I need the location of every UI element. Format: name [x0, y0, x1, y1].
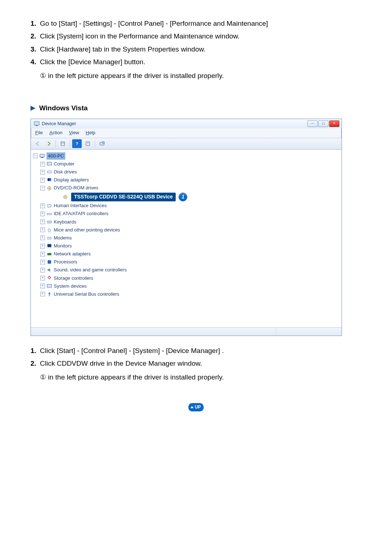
- expand-icon[interactable]: +: [40, 204, 45, 208]
- tree-root[interactable]: − 400-PC: [33, 152, 339, 160]
- ide-icon: [46, 211, 52, 217]
- step-number: 2.: [30, 31, 40, 41]
- selected-device-label: TSSTcorp CDDVD SE-S224Q USB Device: [71, 193, 176, 202]
- menu-view[interactable]: View: [69, 129, 79, 136]
- menu-bar: File Action View Help: [31, 128, 342, 138]
- tree-node[interactable]: + Display adapters: [40, 176, 339, 184]
- svg-rect-10: [41, 157, 43, 158]
- device-tree: − 400-PC + Computer + Disk dr: [31, 149, 342, 327]
- expand-icon[interactable]: +: [40, 268, 45, 272]
- tree-node[interactable]: + Processors: [40, 258, 339, 266]
- window-title: Device Manager: [42, 120, 76, 127]
- expand-icon[interactable]: +: [40, 235, 45, 240]
- tree-root-label: 400-PC: [46, 152, 65, 160]
- minimize-button[interactable]: —: [307, 120, 318, 127]
- tree-node-selected[interactable]: TSSTcorp CDDVD SE-S224Q USB Device 1: [55, 192, 339, 202]
- tree-node-label: Keyboards: [54, 218, 76, 226]
- tree-node[interactable]: + Storage controllers: [40, 274, 339, 282]
- tree-node-label: System devices: [54, 283, 87, 290]
- status-bar: [31, 327, 342, 336]
- tree-node-label: Network adapters: [54, 250, 91, 258]
- system-device-icon: [46, 283, 52, 289]
- xp-steps-list: 1. Go to [Start] - [Settings] - [Control…: [30, 18, 362, 67]
- tree-node[interactable]: − DVD/CD-ROM drives: [40, 184, 339, 192]
- step-text: Click CDDVDW drive in the Device Manager…: [40, 358, 362, 369]
- step-number: 1.: [30, 345, 40, 356]
- menu-file[interactable]: File: [35, 129, 43, 136]
- svg-rect-25: [48, 244, 51, 247]
- tree-node[interactable]: + Computer: [40, 160, 339, 168]
- step-number: 3.: [30, 44, 40, 54]
- expand-icon[interactable]: +: [40, 292, 45, 296]
- vista-substep: ① in the left picture appears if the dri…: [40, 372, 362, 382]
- svg-rect-9: [40, 154, 44, 157]
- tree-node-label: Modems: [54, 234, 72, 242]
- tree-node[interactable]: + Universal Serial Bus controllers: [40, 290, 339, 298]
- tree-node[interactable]: + Mice and other pointing devices: [40, 226, 339, 234]
- keyboard-icon: [46, 219, 52, 225]
- tree-node[interactable]: + Human Interface Devices: [40, 202, 339, 210]
- xp-substep: ① in the left picture appears if the dri…: [40, 70, 362, 81]
- tree-node[interactable]: + IDE ATA/ATAPI controllers: [40, 210, 339, 218]
- svg-point-16: [49, 188, 50, 189]
- tree-node[interactable]: + Keyboards: [40, 218, 339, 226]
- nav-back-icon[interactable]: [33, 139, 42, 148]
- tree-node[interactable]: + System devices: [40, 282, 339, 290]
- expand-icon[interactable]: +: [40, 219, 45, 224]
- display-adapter-icon: [46, 177, 52, 183]
- step-text: Click [Hardware] tab in the System Prope…: [40, 44, 362, 54]
- expand-icon[interactable]: +: [40, 276, 45, 280]
- tree-node[interactable]: + Monitors: [40, 242, 339, 250]
- vista-steps-list: 1. Click [Start] - [Control Panel] - [Sy…: [30, 345, 362, 369]
- svg-rect-0: [34, 122, 39, 125]
- svg-point-18: [65, 196, 66, 197]
- tree-node-label: Universal Serial Bus controllers: [54, 291, 119, 298]
- usb-controller-icon: [46, 291, 52, 297]
- mouse-icon: [46, 227, 52, 233]
- toolbar-scan-icon[interactable]: [97, 139, 107, 148]
- tree-node[interactable]: + Sound, video and game controllers: [40, 266, 339, 274]
- expand-icon[interactable]: +: [40, 260, 45, 264]
- tree-node-label: Sound, video and game controllers: [54, 266, 127, 274]
- svg-text:?: ?: [76, 141, 78, 146]
- svg-rect-24: [48, 237, 51, 239]
- tree-node[interactable]: + Network adapters: [40, 250, 339, 258]
- nav-forward-icon[interactable]: [44, 139, 53, 148]
- up-button[interactable]: UP: [188, 403, 204, 411]
- close-button[interactable]: ✕: [329, 120, 339, 127]
- expand-icon[interactable]: +: [40, 178, 45, 182]
- menu-help[interactable]: Help: [86, 129, 95, 136]
- expand-icon[interactable]: +: [40, 284, 45, 288]
- step-number: 2.: [30, 358, 40, 369]
- maximize-button[interactable]: ▢: [318, 120, 328, 127]
- tree-node-label: Human Interface Devices: [54, 202, 107, 209]
- tree-node[interactable]: + Modems: [40, 234, 339, 242]
- toolbar: ?: [31, 138, 342, 149]
- window-titlebar: Device Manager — ▢ ✕: [31, 119, 342, 128]
- tree-node-label: DVD/CD-ROM drives: [54, 184, 98, 192]
- network-icon: [46, 251, 52, 257]
- expand-icon[interactable]: +: [40, 212, 45, 216]
- toolbar-help-icon[interactable]: ?: [72, 139, 82, 148]
- menu-action[interactable]: Action: [49, 129, 62, 136]
- expand-icon[interactable]: +: [40, 170, 45, 175]
- svg-rect-12: [47, 171, 52, 173]
- collapse-icon[interactable]: −: [33, 153, 38, 158]
- section-heading: ▶ Windows Vista: [30, 103, 362, 113]
- toolbar-properties-icon[interactable]: [83, 139, 93, 148]
- modem-icon: [46, 235, 52, 241]
- computer-icon: [46, 161, 52, 167]
- expand-icon[interactable]: +: [40, 227, 45, 232]
- toolbar-view-icon[interactable]: [58, 139, 68, 148]
- collapse-icon[interactable]: −: [40, 186, 45, 190]
- sound-icon: [46, 267, 52, 273]
- expand-icon[interactable]: +: [40, 252, 45, 257]
- tree-node[interactable]: + Disk drives: [40, 168, 339, 176]
- expand-icon[interactable]: +: [40, 162, 45, 167]
- tree-node-label: Disk drives: [54, 168, 77, 176]
- dvd-drive-icon: [62, 194, 68, 200]
- expand-icon[interactable]: +: [40, 244, 45, 249]
- step-number: 1.: [30, 18, 40, 29]
- storage-controller-icon: [46, 275, 52, 281]
- processor-icon: [46, 259, 52, 265]
